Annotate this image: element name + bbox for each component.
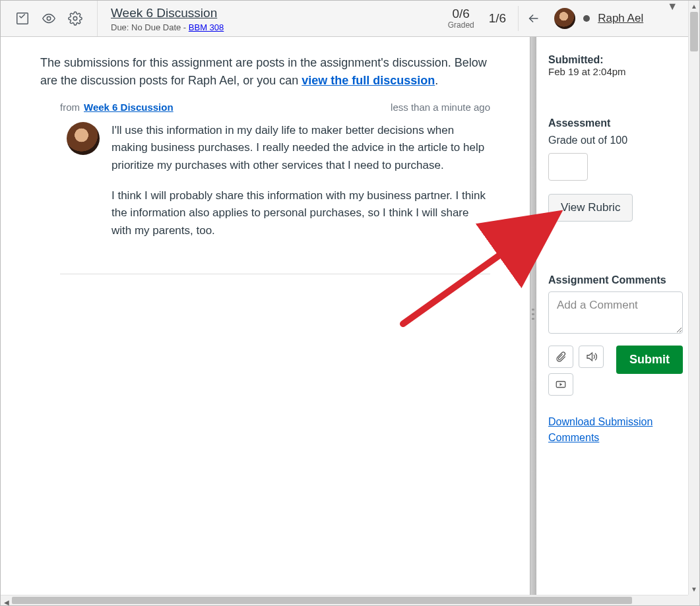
grade-input[interactable] [548, 153, 588, 181]
student-selector[interactable]: Raph Ael [549, 8, 649, 29]
submitted-date-value: Feb 19 at 2:04pm [548, 66, 626, 77]
discussion-post: from Week 6 Discussion less than a minut… [60, 102, 490, 274]
panel-resizer[interactable] [530, 37, 536, 595]
student-dropdown-icon[interactable]: ▼ [656, 1, 688, 36]
graded-stat: 0/6 Graded [448, 7, 474, 30]
prev-student-icon[interactable] [526, 11, 541, 26]
due-prefix: Due: [111, 22, 131, 32]
viewport: Week 6 Discussion Due: No Due Date - BBM… [1, 1, 688, 595]
course-link[interactable]: BBM 308 [189, 22, 224, 32]
toolbar-icons [1, 1, 98, 36]
comments-section: Assignment Comments [548, 274, 683, 446]
post-source-link[interactable]: Week 6 Discussion [84, 102, 174, 113]
student-name: Raph Ael [598, 12, 643, 25]
view-rubric-button[interactable]: View Rubric [548, 194, 633, 222]
video-comment-button[interactable] [548, 373, 573, 396]
vertical-scrollbar[interactable]: ▲ ▼ [688, 1, 699, 595]
submission-content: The submissions for this assignment are … [1, 37, 530, 595]
submitted-label: Submitted: [548, 54, 604, 65]
course-sep: - [181, 22, 189, 32]
svg-point-2 [73, 16, 77, 20]
post-body: I'll use this information in my daily li… [67, 122, 490, 253]
post-from-label: from [60, 102, 80, 113]
submit-comment-button[interactable]: Submit [616, 346, 683, 374]
attach-file-button[interactable] [548, 346, 573, 368]
grip-icon [532, 306, 534, 326]
post-timestamp: less than a minute ago [391, 102, 490, 113]
view-full-discussion-link[interactable]: view the full discussion [302, 74, 435, 87]
post-header: from Week 6 Discussion less than a minut… [60, 102, 490, 113]
body-area: The submissions for this assignment are … [1, 37, 688, 595]
post-paragraph: I think I will probably share this infor… [111, 187, 490, 239]
svg-rect-0 [17, 13, 28, 24]
intro-suffix: . [435, 74, 438, 87]
status-dot-icon [583, 15, 590, 22]
assignment-subtitle: Due: No Due Date - BBM 308 [111, 22, 224, 32]
post-paragraph: I'll use this information in my daily li… [111, 122, 490, 174]
scroll-thumb[interactable] [12, 597, 632, 604]
intro-text: The submissions for this assignment are … [40, 54, 490, 90]
scroll-track[interactable] [12, 595, 688, 605]
scroll-thumb[interactable] [690, 12, 698, 51]
position-value: 1/6 [489, 12, 506, 26]
top-bar: Week 6 Discussion Due: No Due Date - BBM… [1, 1, 688, 37]
scroll-up-icon[interactable]: ▲ [689, 1, 699, 12]
assessment-title: Assessment [548, 117, 683, 129]
assignment-header: Week 6 Discussion Due: No Due Date - BBM… [98, 1, 237, 36]
grade-label: Grade out of 100 [548, 135, 683, 146]
assessment-section: Assessment Grade out of 100 View Rubric [548, 117, 683, 222]
grading-sidebar: Submitted: Feb 19 at 2:04pm Assessment G… [536, 37, 688, 595]
scroll-down-icon[interactable]: ▼ [689, 584, 699, 595]
svg-point-1 [47, 16, 51, 20]
scroll-track[interactable] [689, 12, 699, 584]
app-frame: Week 6 Discussion Due: No Due Date - BBM… [0, 0, 700, 606]
post-avatar [67, 122, 100, 155]
scroll-corner [688, 595, 699, 605]
settings-icon[interactable] [68, 11, 82, 26]
student-nav: Raph Ael [519, 1, 656, 36]
horizontal-scrollbar[interactable]: ◀ ▶ [1, 595, 699, 605]
student-avatar [554, 8, 575, 29]
due-value: No Due Date [131, 22, 181, 32]
comment-textarea[interactable] [548, 291, 683, 334]
visibility-icon[interactable] [42, 11, 56, 26]
audio-comment-button[interactable] [579, 346, 604, 368]
submitted-info: Submitted: Feb 19 at 2:04pm [548, 54, 683, 78]
grading-stats: 0/6 Graded 1/6 [436, 1, 518, 36]
comment-tool-buttons [548, 346, 608, 396]
graded-label: Graded [448, 20, 474, 30]
graded-count: 0/6 [448, 7, 474, 21]
gradebook-icon[interactable] [15, 11, 30, 26]
download-comments-link[interactable]: Download Submission Comments [548, 414, 683, 446]
comment-tools: Submit [548, 346, 683, 396]
position-stat: 1/6 [489, 12, 506, 26]
comments-title: Assignment Comments [548, 274, 683, 286]
post-text: I'll use this information in my daily li… [111, 122, 490, 253]
assignment-title-link[interactable]: Week 6 Discussion [111, 6, 224, 21]
scroll-left-icon[interactable]: ◀ [1, 597, 12, 606]
